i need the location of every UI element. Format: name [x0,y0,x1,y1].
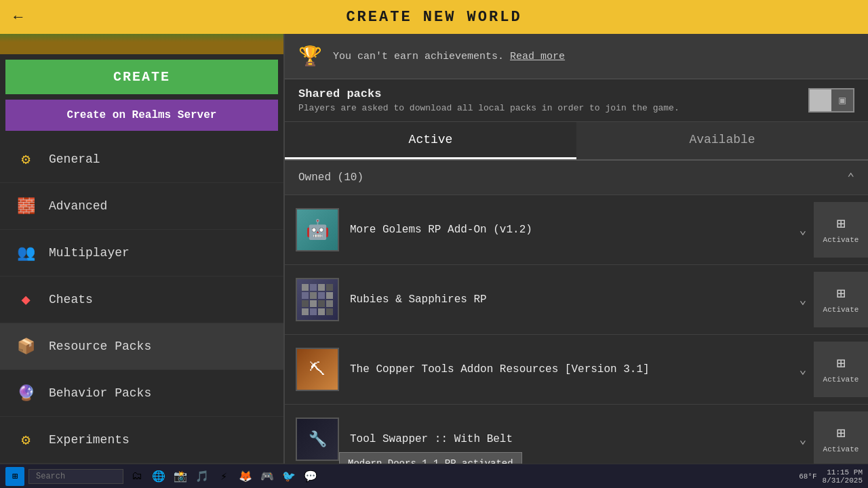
activate-icon: ⊞ [836,354,845,373]
system-temp: 68°F [799,472,816,481]
svg-rect-7 [326,292,333,299]
start-button[interactable]: ⊞ [5,467,24,486]
preview-ground [0,34,283,54]
taskbar: ⊞ 🗂 🌐 📸 🎵 ⚡ 🦊 🎮 🐦 💬 68°F 11:15 PM 8/31/2… [0,464,868,488]
pack-name: Tool Swapper :: With Belt [350,433,792,445]
pack-thumbnail: 🤖 [296,208,339,251]
search-input[interactable] [28,469,123,484]
pack-name: Rubies & Sapphires RP [350,293,792,306]
taskbar-clock: 11:15 PM 8/31/2025 [823,468,863,485]
svg-rect-14 [318,308,325,315]
chevron-down-icon[interactable]: ⌄ [792,359,814,380]
right-panel: 🏆 You can't earn achievements. Read more… [285,34,868,464]
svg-rect-2 [318,284,325,291]
svg-rect-12 [302,308,309,315]
section-owned-label: Owned (10) [298,171,363,184]
svg-rect-5 [310,292,317,299]
pack-thumbnail: ⛏ [296,348,339,391]
svg-rect-15 [326,308,333,315]
activate-label: Activate [823,445,859,453]
activate-label: Activate [823,306,859,314]
sidebar-item-experiments[interactable]: ⚙ Experiments [0,417,283,464]
shared-packs-desc: Players are asked to download all local … [298,103,679,113]
tab-active[interactable]: Active [285,122,576,159]
taskbar-app-game[interactable]: 🎮 [258,467,277,486]
toggle-monitor: ▣ [831,89,853,111]
sidebar-item-advanced[interactable]: 🧱 Advanced [0,183,283,230]
achievement-warning: 🏆 You can't earn achievements. Read more [285,34,868,79]
activate-label: Activate [823,375,859,384]
svg-rect-11 [326,300,333,307]
chevron-down-icon[interactable]: ⌄ [792,289,814,310]
chevron-down-icon[interactable]: ⌄ [792,219,814,241]
taskbar-app-store[interactable]: ⚡ [214,467,233,486]
toggle-white[interactable] [810,89,831,111]
taskbar-app-photos[interactable]: 📸 [171,467,190,486]
tab-available[interactable]: Available [576,122,868,159]
activate-button[interactable]: ⊞ Activate [814,202,868,258]
create-button[interactable]: CREATE [5,60,278,94]
achievement-text: You can't earn achievements. Read more [333,51,565,62]
svg-rect-8 [302,300,309,307]
sidebar-item-label: Experiments [49,433,130,447]
taskbar-app-firefox[interactable]: 🦊 [236,467,255,486]
activate-button[interactable]: ⊞ Activate [814,411,868,464]
taskbar-date: 8/31/2025 [823,476,863,485]
taskbar-app-files[interactable]: 🗂 [127,467,146,486]
taskbar-left: ⊞ 🗂 🌐 📸 🎵 ⚡ 🦊 🎮 🐦 💬 [5,467,320,486]
sidebar-item-label: Multiplayer [49,246,130,260]
read-more-link[interactable]: Read more [510,51,565,62]
list-item: ⛏ The Copper Tools Addon Resources [Vers… [285,335,868,405]
chevron-up-icon: ⌃ [847,170,854,185]
sidebar-item-behavior-packs[interactable]: 🔮 Behavior Packs [0,370,283,417]
cheats-icon: ◆ [14,287,38,312]
brick-icon: 🧱 [14,194,38,218]
section-owned[interactable]: Owned (10) ⌃ [285,161,868,195]
pack-name: The Copper Tools Addon Resources [Versio… [350,363,792,375]
activate-icon: ⊞ [836,285,845,303]
shared-packs-info: Shared packs Players are asked to downlo… [298,87,679,113]
sidebar-item-multiplayer[interactable]: 👥 Multiplayer [0,230,283,277]
pack-thumbnail: 🔧 [296,418,339,461]
sidebar: CREATE Create on Realms Server ⚙ General… [0,34,285,464]
title-bar: ← CREATE NEW WORLD [0,0,868,34]
taskbar-app-discord[interactable]: 💬 [301,467,320,486]
svg-rect-10 [318,300,325,307]
back-button[interactable]: ← [11,8,26,26]
activate-button[interactable]: ⊞ Activate [814,342,868,397]
tabs: Active Available [285,122,868,161]
page-title: CREATE NEW WORLD [346,9,521,26]
chevron-down-icon[interactable]: ⌄ [792,428,814,450]
activate-button[interactable]: ⊞ Activate [814,272,868,327]
world-preview [0,34,283,54]
taskbar-app-media[interactable]: 🎵 [193,467,212,486]
sidebar-item-label: Advanced [49,199,107,213]
activate-label: Activate [823,236,859,244]
taskbar-app-twitter[interactable]: 🐦 [279,467,298,486]
behavior-packs-icon: 🔮 [14,381,38,405]
list-item: 🔧 Tool Swapper :: With Belt ⌄ ⊞ Activate… [285,405,868,464]
pack-list: Owned (10) ⌃ 🤖 More Golems RP Add-On (v1… [285,161,868,464]
taskbar-time: 11:15 PM [823,468,863,476]
sidebar-item-cheats[interactable]: ◆ Cheats [0,277,283,323]
svg-rect-0 [302,284,309,291]
taskbar-right: 68°F 11:15 PM 8/31/2025 [799,468,863,485]
svg-rect-4 [302,292,309,299]
sidebar-item-label: Cheats [49,293,93,306]
realms-button[interactable]: Create on Realms Server [5,100,278,131]
pack-thumbnail [296,278,339,321]
svg-rect-13 [310,308,317,315]
pack-name: More Golems RP Add-On (v1.2) [350,224,792,236]
gear-icon: ⚙ [14,147,38,171]
shared-packs-toggle[interactable]: ▣ [808,88,854,113]
sidebar-item-general[interactable]: ⚙ General [0,136,283,183]
experiments-icon: ⚙ [14,428,38,452]
pack-tooltip: Modern Doors 1.1 RP activated [339,452,522,464]
taskbar-app-browser[interactable]: 🌐 [149,467,168,486]
svg-rect-1 [310,284,317,291]
svg-rect-3 [326,284,333,291]
svg-rect-6 [318,292,325,299]
shared-packs-title: Shared packs [298,87,679,100]
shared-packs-bar: Shared packs Players are asked to downlo… [285,79,868,122]
sidebar-item-resource-packs[interactable]: 📦 Resource Packs [0,323,283,370]
